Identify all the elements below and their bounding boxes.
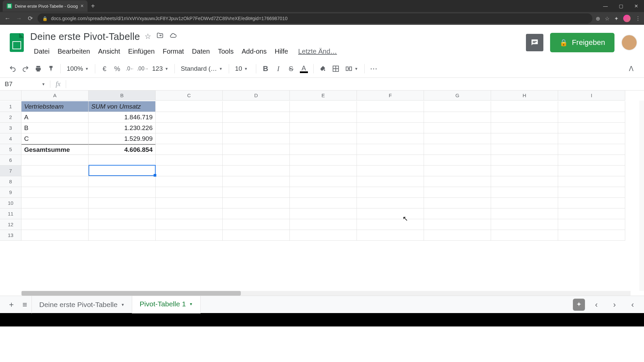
extensions-icon[interactable]: ✦ — [614, 15, 619, 22]
cell[interactable] — [223, 133, 290, 144]
cell[interactable] — [491, 155, 558, 166]
close-window-button[interactable]: ✕ — [629, 0, 644, 12]
merge-cells-button[interactable]: ▼ — [342, 65, 361, 72]
cell[interactable] — [21, 198, 89, 208]
cell[interactable] — [156, 155, 223, 166]
cell[interactable] — [424, 198, 491, 208]
cell[interactable] — [558, 230, 625, 241]
cell[interactable]: A — [21, 112, 89, 123]
maximize-button[interactable]: ▢ — [613, 0, 629, 12]
all-sheets-button[interactable]: ≡ — [18, 298, 32, 311]
cell[interactable] — [21, 187, 89, 198]
horizontal-scrollbar[interactable] — [21, 291, 631, 296]
italic-button[interactable]: I — [272, 63, 284, 75]
row-header[interactable]: 9 — [0, 187, 21, 198]
cell[interactable] — [89, 187, 156, 198]
row-header[interactable]: 5 — [0, 144, 21, 155]
cell[interactable] — [558, 101, 625, 112]
last-edit-link[interactable]: Letzte Änd… — [294, 46, 341, 57]
cell[interactable] — [357, 144, 424, 155]
cell[interactable] — [290, 144, 357, 155]
cell[interactable] — [290, 219, 357, 230]
cell[interactable] — [156, 166, 223, 176]
cell[interactable] — [558, 112, 625, 123]
browser-tab[interactable]: Deine erste Pivot-Tabelle - Goog × — [3, 0, 88, 12]
sheets-logo-icon[interactable] — [8, 31, 25, 54]
cell[interactable] — [558, 219, 625, 230]
cell[interactable] — [21, 219, 89, 230]
cell[interactable] — [223, 123, 290, 133]
cell[interactable] — [558, 144, 625, 155]
add-sheet-button[interactable]: + — [5, 298, 18, 311]
cell[interactable] — [156, 176, 223, 187]
cell[interactable] — [491, 230, 558, 241]
row-header[interactable]: 3 — [0, 123, 21, 133]
cell[interactable] — [21, 208, 89, 219]
cell[interactable] — [357, 123, 424, 133]
borders-button[interactable] — [330, 63, 342, 75]
cell[interactable] — [290, 187, 357, 198]
cell[interactable] — [223, 230, 290, 241]
cell[interactable] — [223, 187, 290, 198]
cell[interactable] — [424, 112, 491, 123]
col-header-i[interactable]: I — [558, 90, 625, 101]
col-header-a[interactable]: A — [21, 90, 89, 101]
menu-addons[interactable]: Add-ons — [238, 46, 270, 57]
name-box[interactable]: B7▼ — [0, 80, 50, 88]
sheet-tab-menu-icon[interactable]: ▼ — [121, 303, 124, 307]
cell[interactable] — [491, 112, 558, 123]
cell[interactable] — [290, 176, 357, 187]
tab-close-icon[interactable]: × — [80, 3, 84, 9]
row-header[interactable]: 1 — [0, 101, 21, 112]
row-header[interactable]: 4 — [0, 133, 21, 144]
cell[interactable] — [156, 133, 223, 144]
cell[interactable] — [357, 155, 424, 166]
cell[interactable] — [156, 101, 223, 112]
cell[interactable] — [491, 219, 558, 230]
cell[interactable] — [89, 176, 156, 187]
row-header[interactable]: 13 — [0, 230, 21, 241]
formula-input[interactable] — [66, 78, 644, 90]
cell[interactable] — [290, 101, 357, 112]
menu-data[interactable]: Daten — [188, 46, 213, 57]
fill-color-button[interactable] — [317, 63, 329, 75]
cell[interactable]: 1.846.719 — [89, 112, 156, 123]
scroll-left-button[interactable]: ‹ — [590, 298, 603, 311]
cell[interactable] — [357, 133, 424, 144]
cell[interactable] — [424, 133, 491, 144]
cell[interactable]: Vertriebsteam — [21, 101, 89, 112]
text-color-button[interactable]: A — [298, 63, 310, 75]
cell[interactable] — [89, 155, 156, 166]
row-header[interactable]: 12 — [0, 219, 21, 230]
cell[interactable]: C — [21, 133, 89, 144]
scroll-right-button[interactable]: › — [608, 298, 621, 311]
new-tab-button[interactable]: + — [91, 2, 95, 10]
cell[interactable] — [424, 155, 491, 166]
cell[interactable] — [424, 230, 491, 241]
cell[interactable] — [223, 208, 290, 219]
cell[interactable] — [223, 198, 290, 208]
reload-button[interactable]: ⟳ — [26, 15, 34, 22]
collapse-toolbar-button[interactable]: ᐱ — [625, 63, 637, 75]
cell[interactable] — [89, 208, 156, 219]
font-dropdown[interactable]: Standard (…▼ — [178, 65, 225, 72]
cell[interactable] — [558, 208, 625, 219]
cell[interactable] — [223, 166, 290, 176]
col-header-d[interactable]: D — [223, 90, 290, 101]
cell[interactable] — [223, 101, 290, 112]
cell[interactable] — [223, 112, 290, 123]
cell[interactable] — [491, 166, 558, 176]
cell[interactable] — [223, 176, 290, 187]
cell[interactable] — [290, 198, 357, 208]
cell[interactable]: B — [21, 123, 89, 133]
currency-button[interactable]: € — [99, 63, 111, 75]
redo-button[interactable] — [19, 63, 32, 75]
cell[interactable] — [424, 101, 491, 112]
cell[interactable] — [424, 166, 491, 176]
cell[interactable] — [156, 112, 223, 123]
col-header-c[interactable]: C — [156, 90, 223, 101]
cell[interactable] — [558, 123, 625, 133]
cell[interactable] — [21, 166, 89, 176]
cell[interactable]: 1.529.909 — [89, 133, 156, 144]
bold-button[interactable]: B — [260, 63, 272, 75]
